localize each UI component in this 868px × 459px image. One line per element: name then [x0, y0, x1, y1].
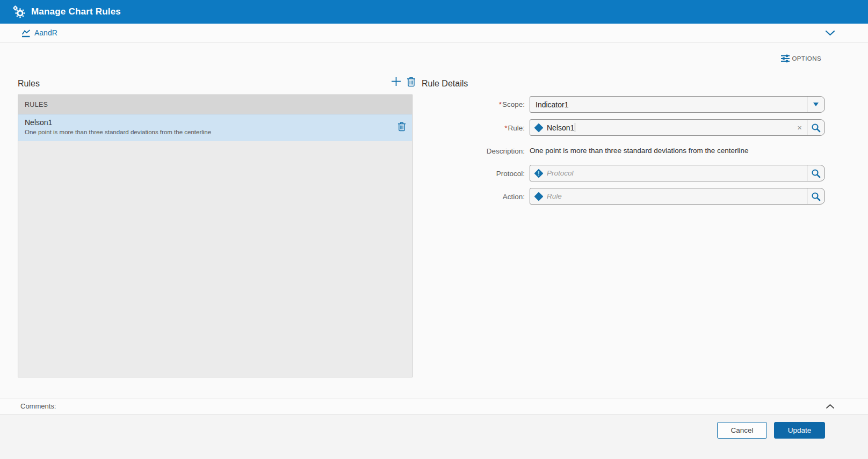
action-input[interactable]: [547, 192, 807, 200]
rule-item-description: One point is more than three standard de…: [25, 129, 406, 135]
rule-search-button[interactable]: [807, 120, 824, 135]
action-label: Action:: [396, 193, 525, 201]
manage-chart-rules-window: Manage Chart Rules AandR: [0, 0, 868, 459]
rule-value: Nelson1: [547, 123, 574, 132]
protocol-diamond-exclamation-icon: [534, 169, 544, 178]
comments-label: Comments:: [20, 402, 56, 410]
window-title: Manage Chart Rules: [31, 6, 121, 17]
trash-icon: [407, 77, 416, 87]
rule-list-item[interactable]: Nelson1 One point is more than three sta…: [18, 114, 412, 141]
add-rule-button[interactable]: [390, 76, 402, 87]
clear-icon[interactable]: ×: [797, 123, 802, 132]
sliders-icon: [780, 54, 790, 63]
rules-list: RULES Nelson1 One point is more than thr…: [18, 94, 413, 377]
protocol-label: Protocol:: [396, 170, 525, 178]
scope-value: Indicator1: [536, 100, 568, 109]
text-cursor: [575, 123, 575, 132]
magnifier-icon: [811, 192, 821, 201]
rule-lookup-field[interactable]: Nelson1 ×: [530, 119, 825, 136]
scope-dropdown[interactable]: Indicator1: [530, 96, 825, 113]
update-button[interactable]: Update: [774, 422, 825, 439]
action-search-button[interactable]: [807, 188, 824, 204]
run-chart-icon: [21, 28, 31, 38]
options-label: OPTIONS: [792, 55, 821, 62]
plus-icon: [390, 76, 402, 87]
description-label: Description:: [396, 147, 525, 155]
rule-item-name: Nelson1: [25, 118, 406, 127]
action-diamond-icon: [534, 192, 544, 201]
rule-details-heading: Rule Details: [422, 79, 468, 89]
description-value: One point is more than three standard de…: [530, 147, 748, 155]
rules-heading: Rules: [18, 79, 40, 89]
rule-label: *Rule:: [396, 124, 525, 132]
action-lookup-field[interactable]: [530, 188, 825, 205]
titlebar: Manage Chart Rules: [0, 0, 868, 24]
scope-label: *Scope:: [396, 100, 525, 108]
cancel-button[interactable]: Cancel: [717, 422, 767, 439]
manage-gears-icon: [12, 5, 25, 18]
protocol-search-button[interactable]: [807, 165, 824, 181]
required-asterisk: *: [504, 124, 507, 132]
comments-bar[interactable]: Comments:: [0, 398, 868, 414]
scope-dropdown-button[interactable]: [807, 97, 824, 112]
protocol-lookup-field[interactable]: [530, 165, 825, 181]
chevron-down-icon[interactable]: [825, 28, 835, 38]
rules-list-header: RULES: [18, 95, 412, 114]
chart-selector-bar: AandR: [0, 24, 868, 42]
triangle-down-icon: [813, 103, 819, 106]
chart-link[interactable]: AandR: [21, 28, 57, 38]
magnifier-icon: [811, 169, 821, 178]
magnifier-icon: [811, 123, 821, 133]
rule-diamond-icon: [534, 123, 544, 132]
chevron-up-icon[interactable]: [826, 404, 835, 409]
options-button[interactable]: OPTIONS: [780, 54, 821, 63]
chart-name: AandR: [34, 28, 57, 37]
required-asterisk: *: [499, 100, 502, 108]
footer: Cancel Update: [0, 415, 868, 459]
delete-rule-button[interactable]: [407, 77, 416, 87]
protocol-input[interactable]: [547, 169, 807, 177]
